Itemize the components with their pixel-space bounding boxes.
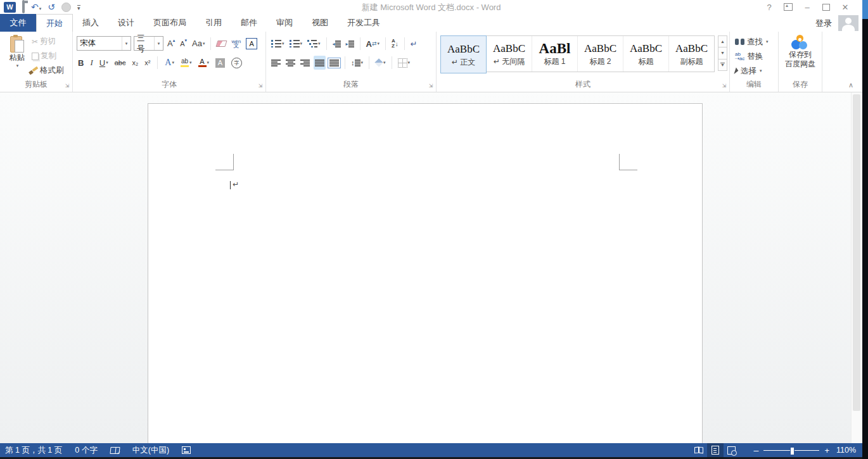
bold-button[interactable]: B: [77, 56, 85, 70]
asian-layout-button[interactable]: A⇄: [365, 37, 381, 51]
style-subtitle[interactable]: AaBbC 副标题: [669, 36, 714, 72]
zoom-in-button[interactable]: +: [824, 446, 829, 455]
tab-mailings[interactable]: 邮件: [231, 14, 267, 32]
undo-button[interactable]: ↶: [31, 1, 41, 13]
cut-button[interactable]: ✂ 剪切: [32, 36, 56, 47]
select-button[interactable]: 选择: [735, 65, 762, 77]
tab-home[interactable]: 开始: [36, 14, 73, 32]
clipboard-dialog-launcher[interactable]: [64, 83, 70, 89]
shading-dropdown-icon[interactable]: [383, 60, 386, 65]
styles-scroll-down-button[interactable]: ▼: [718, 47, 727, 59]
read-mode-button[interactable]: [691, 443, 707, 457]
paste-dropdown-icon[interactable]: [16, 63, 19, 68]
tab-view[interactable]: 视图: [302, 14, 338, 32]
tab-references[interactable]: 引用: [196, 14, 231, 32]
character-border-button[interactable]: A: [245, 37, 258, 51]
zoom-out-button[interactable]: –: [754, 445, 759, 455]
highlight-button[interactable]: ab: [179, 56, 193, 70]
document-page[interactable]: ↵: [148, 103, 703, 443]
strikethrough-button[interactable]: abc: [113, 56, 127, 70]
font-name-combo[interactable]: 宋体: [77, 36, 131, 51]
bullets-button[interactable]: [270, 37, 286, 51]
page-indicator[interactable]: 第 1 页，共 1 页: [5, 445, 62, 456]
clear-formatting-button[interactable]: [215, 37, 227, 51]
highlight-dropdown-icon[interactable]: [189, 60, 192, 65]
minimize-button[interactable]: –: [798, 0, 817, 14]
font-name-dropdown-icon[interactable]: [122, 37, 131, 50]
tab-review[interactable]: 审阅: [267, 14, 302, 32]
line-spacing-button[interactable]: ↕: [350, 56, 364, 70]
style-heading-2[interactable]: AaBbC 标题 2: [578, 36, 623, 72]
copy-button[interactable]: 复制: [32, 51, 56, 61]
font-size-dropdown-icon[interactable]: [154, 37, 163, 50]
align-right-button[interactable]: [299, 56, 311, 70]
grow-font-button[interactable]: A: [166, 37, 176, 51]
decrease-indent-button[interactable]: ◂: [331, 37, 342, 51]
tab-page-layout[interactable]: 页面布局: [144, 14, 196, 32]
help-button[interactable]: ?: [760, 0, 779, 14]
underline-dropdown-icon[interactable]: [106, 60, 108, 65]
distribute-button[interactable]: [328, 56, 340, 70]
proofing-status-icon[interactable]: [110, 447, 120, 454]
show-marks-button[interactable]: ↵: [409, 37, 419, 51]
format-painter-button[interactable]: 格式刷: [29, 65, 64, 76]
document-area[interactable]: ↵: [0, 92, 862, 443]
change-case-button[interactable]: Aa: [191, 37, 206, 51]
close-button[interactable]: ✕: [836, 0, 855, 14]
character-shading-button[interactable]: A: [214, 56, 226, 70]
tab-file[interactable]: 文件: [0, 14, 36, 32]
collapse-ribbon-button[interactable]: ∧: [848, 81, 853, 89]
underline-button[interactable]: U: [98, 56, 110, 70]
tab-developer[interactable]: 开发工具: [338, 14, 390, 32]
zoom-level[interactable]: 110%: [829, 446, 856, 455]
font-color-button[interactable]: A: [197, 56, 211, 70]
italic-button[interactable]: I: [89, 56, 94, 70]
multilevel-dropdown-icon[interactable]: [318, 41, 321, 46]
find-button[interactable]: 查找: [735, 35, 769, 48]
superscript-button[interactable]: x²: [143, 56, 151, 70]
borders-dropdown-icon[interactable]: [408, 60, 411, 65]
phonetic-guide-button[interactable]: wén文: [230, 37, 242, 51]
bullets-dropdown-icon[interactable]: [282, 41, 284, 46]
vertical-scrollbar[interactable]: [851, 92, 862, 443]
zoom-slider-thumb[interactable]: [790, 447, 795, 455]
shading-button[interactable]: [374, 56, 387, 70]
find-dropdown-icon[interactable]: [766, 39, 769, 44]
save-button[interactable]: [22, 1, 25, 13]
tab-insert[interactable]: 插入: [73, 14, 108, 32]
font-size-combo[interactable]: 三号: [134, 36, 163, 51]
maximize-button[interactable]: [817, 0, 836, 14]
align-left-button[interactable]: [270, 56, 282, 70]
align-center-button[interactable]: [284, 56, 297, 70]
styles-scroll-up-button[interactable]: ▲: [718, 35, 727, 47]
language-indicator[interactable]: 中文(中国): [132, 445, 169, 456]
numbering-button[interactable]: [288, 37, 304, 51]
web-layout-button[interactable]: [724, 443, 740, 457]
borders-button[interactable]: [397, 56, 412, 70]
style-normal[interactable]: AaBbC ↵ 正文: [440, 35, 487, 73]
sign-in-link[interactable]: 登录: [815, 18, 832, 29]
sort-button[interactable]: AZ↓: [390, 37, 400, 51]
style-heading-1[interactable]: AaBl 标题 1: [532, 36, 578, 72]
styles-more-button[interactable]: ▼: [718, 59, 727, 71]
replace-button[interactable]: ab⇢ac 替换: [735, 50, 763, 63]
ribbon-display-options-button[interactable]: [779, 0, 798, 14]
avatar[interactable]: [838, 15, 858, 31]
tab-design[interactable]: 设计: [108, 14, 144, 32]
font-dialog-launcher[interactable]: [257, 83, 264, 89]
enclose-characters-button[interactable]: 字: [230, 56, 243, 70]
redo-button[interactable]: ↺: [48, 3, 55, 11]
select-dropdown-icon[interactable]: [760, 68, 762, 73]
style-title[interactable]: AaBbC 标题: [623, 36, 669, 72]
macro-record-icon[interactable]: [182, 446, 191, 454]
zoom-slider[interactable]: [763, 450, 819, 451]
word-count[interactable]: 0 个字: [75, 445, 97, 456]
chevron-down-icon[interactable]: [39, 6, 42, 11]
increase-indent-button[interactable]: ▸: [345, 37, 355, 51]
word-logo-icon[interactable]: W: [4, 2, 16, 13]
multilevel-list-button[interactable]: [306, 37, 322, 51]
subscript-button[interactable]: x₂: [131, 56, 139, 70]
print-layout-button[interactable]: [707, 443, 724, 457]
numbering-dropdown-icon[interactable]: [300, 41, 303, 46]
font-color-dropdown-icon[interactable]: [207, 60, 210, 65]
